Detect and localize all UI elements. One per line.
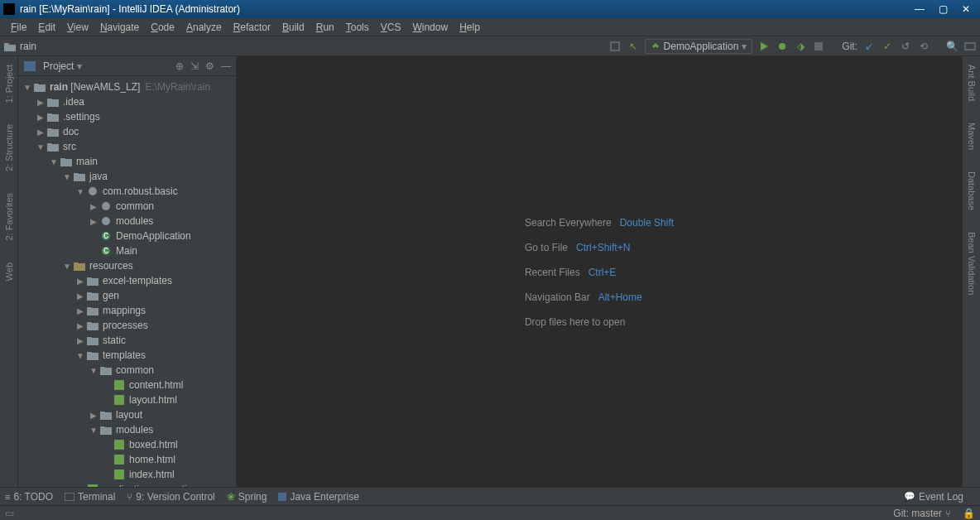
tree-node-static[interactable]: ▶static: [18, 333, 236, 348]
svg-rect-19: [278, 493, 286, 501]
svg-rect-3: [965, 43, 975, 50]
minimize-button[interactable]: —: [909, 2, 930, 17]
tree-node-home-html[interactable]: home.html: [18, 452, 236, 467]
tree-node-boxed-html[interactable]: boxed.html: [18, 437, 236, 452]
git-branch[interactable]: Git: master ⑂: [893, 508, 951, 519]
todo-tab[interactable]: ≡ 6: TODO: [5, 491, 53, 503]
tree-node-layout-html[interactable]: layout.html: [18, 392, 236, 407]
tree-node-src[interactable]: ▼src: [18, 139, 236, 154]
welcome-go-to-file[interactable]: Go to FileCtrl+Shift+N: [525, 240, 674, 253]
menu-run[interactable]: Run: [310, 20, 340, 35]
title-bar: rain [E:\MyRain\rain] - IntelliJ IDEA (A…: [0, 0, 980, 18]
left-tab-structure[interactable]: 2: Structure: [4, 121, 14, 175]
menu-bar: FileEditViewNavigateCodeAnalyzeRefactorB…: [0, 18, 980, 36]
tree-node-demoapplication[interactable]: cDemoApplication: [18, 229, 236, 243]
coverage-icon[interactable]: ⬗: [794, 40, 807, 53]
collapse-icon[interactable]: ⇲: [190, 60, 199, 72]
menu-tools[interactable]: Tools: [340, 20, 375, 35]
tree-node-modules[interactable]: ▼modules: [18, 422, 236, 437]
tree-node-templates[interactable]: ▼templates: [18, 348, 236, 363]
tree-node-gen[interactable]: ▶gen: [18, 288, 236, 303]
run-icon[interactable]: [757, 40, 771, 53]
svg-text:c: c: [103, 246, 108, 256]
stop-icon[interactable]: [812, 40, 825, 53]
git-label: Git:: [842, 41, 858, 52]
hide-icon[interactable]: —: [221, 60, 231, 72]
tree-node-main[interactable]: cMain: [18, 243, 236, 258]
tree-root[interactable]: ▼rain [NewAMLS_LZ]E:\MyRain\rain: [18, 79, 236, 94]
target-icon[interactable]: [608, 40, 622, 53]
search-icon[interactable]: 🔍: [945, 40, 958, 53]
right-tab-maven[interactable]: Maven: [967, 119, 977, 153]
menu-navigate[interactable]: Navigate: [94, 20, 145, 35]
svg-rect-4: [24, 61, 36, 71]
welcome-search-everywhere[interactable]: Search EverywhereDouble Shift: [525, 215, 674, 229]
menu-analyze[interactable]: Analyze: [180, 20, 228, 35]
tree-node-common[interactable]: ▼common: [18, 363, 236, 378]
java-enterprise-tab[interactable]: Java Enterprise: [278, 491, 358, 503]
status-bar: ▭ Git: master ⑂ 🔒: [0, 505, 980, 520]
debug-icon[interactable]: [776, 40, 789, 53]
toolbar: rain ↖ DemoApplication ▾ ⬗ Git: ↙ ✓ ↺ ⟲ …: [0, 36, 980, 56]
tree-node-modules[interactable]: ▶modules: [18, 214, 236, 229]
menu-file[interactable]: File: [5, 20, 32, 35]
tree-node-java[interactable]: ▼java: [18, 169, 236, 184]
menu-help[interactable]: Help: [454, 20, 486, 35]
menu-refactor[interactable]: Refactor: [228, 20, 276, 35]
revert-icon[interactable]: ⟲: [917, 40, 930, 53]
tree-node-resources[interactable]: ▼resources: [18, 258, 236, 273]
breadcrumb-root[interactable]: rain: [20, 41, 36, 52]
tree-node--settings[interactable]: ▶.settings: [18, 109, 236, 124]
tree-node-main[interactable]: ▼main: [18, 154, 236, 169]
close-button[interactable]: ✕: [955, 2, 977, 17]
messages-icon[interactable]: ▭: [5, 508, 14, 519]
tree-node-common[interactable]: ▶common: [18, 199, 236, 214]
left-tab-web[interactable]: Web: [4, 259, 14, 284]
menu-vcs[interactable]: VCS: [375, 20, 407, 35]
tree-node-mappings[interactable]: ▶mappings: [18, 303, 236, 318]
svg-rect-16: [114, 469, 124, 479]
back-arrow-icon[interactable]: ↖: [627, 40, 640, 53]
project-panel-title[interactable]: Project: [43, 60, 74, 72]
tree-node--idea[interactable]: ▶.idea: [18, 94, 236, 109]
tree-node-excel-templates[interactable]: ▶excel-templates: [18, 273, 236, 288]
tree-node-layout[interactable]: ▶layout: [18, 407, 236, 422]
spring-tab[interactable]: ❀Spring: [227, 491, 267, 503]
svg-point-1: [779, 43, 785, 50]
history-icon[interactable]: ↺: [899, 40, 912, 53]
menu-window[interactable]: Window: [406, 20, 454, 35]
version-control-tab[interactable]: ⑂ 9: Version Control: [127, 491, 214, 503]
tree-node-processes[interactable]: ▶processes: [18, 318, 236, 333]
menu-view[interactable]: View: [61, 20, 94, 35]
bottom-tool-tabs: ≡ 6: TODO Terminal ⑂ 9: Version Control …: [0, 487, 980, 505]
tree-node-doc[interactable]: ▶doc: [18, 124, 236, 139]
run-config-selector[interactable]: DemoApplication ▾: [645, 39, 753, 54]
menu-build[interactable]: Build: [276, 20, 310, 35]
update-icon[interactable]: ↙: [862, 40, 876, 53]
ide-settings-icon[interactable]: [963, 40, 977, 53]
welcome-navigation-bar[interactable]: Navigation BarAlt+Home: [525, 290, 674, 303]
right-tab-database[interactable]: Database: [967, 168, 977, 214]
folder-icon: [3, 40, 17, 53]
menu-edit[interactable]: Edit: [32, 20, 61, 35]
left-tab-project[interactable]: 1: Project: [4, 61, 14, 106]
svg-rect-12: [114, 380, 124, 390]
tree-node-com-robust-basic[interactable]: ▼com.robust.basic: [18, 184, 236, 199]
editor-empty-state: Search EverywhereDouble ShiftGo to FileC…: [237, 56, 962, 487]
maximize-button[interactable]: ▢: [932, 2, 954, 17]
welcome-recent-files[interactable]: Recent FilesCtrl+E: [525, 265, 674, 278]
gear-icon[interactable]: ⚙: [205, 60, 214, 72]
menu-code[interactable]: Code: [145, 20, 180, 35]
right-tab-antbuild[interactable]: Ant Build: [967, 61, 977, 104]
right-tab-beanvalidation[interactable]: Bean Validation: [967, 229, 977, 298]
left-tab-favorites[interactable]: 2: Favorites: [4, 190, 14, 243]
lock-icon[interactable]: 🔒: [963, 508, 975, 519]
tree-node-index-html[interactable]: index.html: [18, 467, 236, 482]
commit-icon[interactable]: ✓: [881, 40, 894, 53]
tree-node-content-html[interactable]: content.html: [18, 378, 236, 392]
right-tool-tabs: Ant BuildMavenDatabaseBean Validation: [962, 56, 980, 487]
svg-point-6: [102, 202, 110, 210]
locate-icon[interactable]: ⊕: [175, 60, 184, 72]
terminal-tab[interactable]: Terminal: [65, 491, 115, 503]
event-log-tab[interactable]: 💬 Event Log: [904, 491, 963, 503]
